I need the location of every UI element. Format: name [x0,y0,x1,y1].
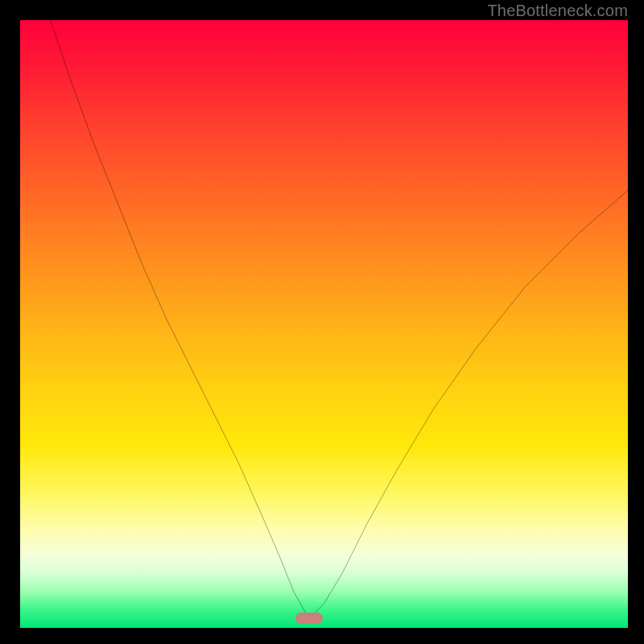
bottleneck-curve [20,20,628,628]
minimum-marker [295,613,323,624]
chart-frame: TheBottleneck.com [0,0,644,644]
curve-path [51,20,628,619]
watermark-text: TheBottleneck.com [487,2,628,20]
plot-area [20,20,628,628]
